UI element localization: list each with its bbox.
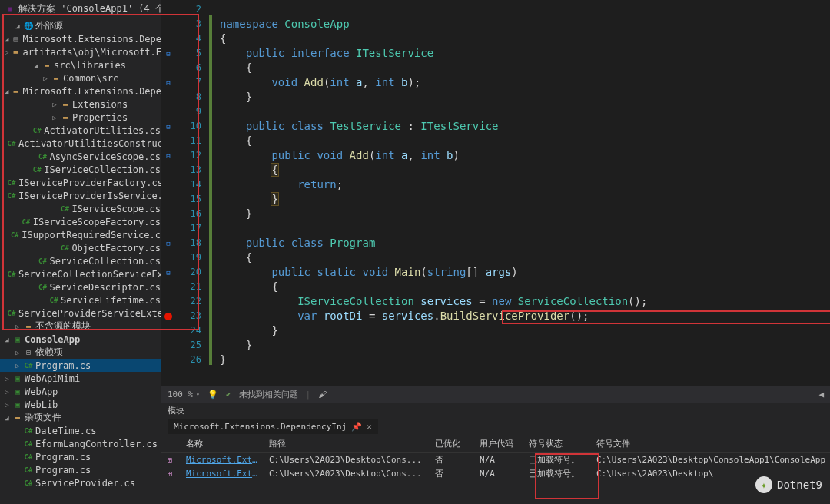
cs-icon: C#	[37, 256, 48, 267]
modules-grid: 名称 路径 已优化 用户代码 符号状态 符号文件 ⊞ Microsoft.Ext…	[161, 436, 830, 504]
folder-icon: ▬	[42, 60, 52, 71]
cs-icon: C#	[23, 426, 34, 436]
file-item[interactable]: C#IServiceProviderIsService.c	[0, 189, 161, 202]
folder-icon: ▬	[60, 112, 71, 123]
cs-icon: C#	[23, 465, 34, 476]
cs-icon: C#	[6, 177, 17, 188]
wechat-icon: ✦	[755, 476, 772, 493]
cs-icon: C#	[21, 217, 32, 227]
line-numbers: 2345678910111213141516171819202122232425…	[175, 0, 209, 386]
node-artifacts[interactable]: ▬artifacts\obj\Microsoft.Extension	[0, 45, 161, 58]
cs-icon: C#	[9, 230, 20, 240]
cs-icon: C#	[32, 125, 42, 136]
node-weblib[interactable]: ▣WebLib	[0, 398, 161, 411]
cs-icon: C#	[59, 243, 70, 254]
file-item[interactable]: C#ActivatorUtilitiesConstructo	[0, 137, 161, 150]
node-depend-folder[interactable]: ▬Microsoft.Extensions.Depend	[0, 85, 161, 98]
node-webapp[interactable]: ▣WebApp	[0, 385, 161, 398]
node-common[interactable]: ▬Common\src	[0, 71, 161, 85]
node-dependencies[interactable]: ⊞依赖项	[0, 346, 161, 359]
cs-icon: C#	[23, 439, 34, 449]
node-webapimimi[interactable]: ▣WebApiMimi	[0, 372, 161, 385]
file-item[interactable]: C#ServiceCollection.cs	[0, 254, 161, 267]
module-icon: ⊞	[168, 469, 181, 478]
file-item[interactable]: C#DateTime.cs	[0, 424, 161, 437]
node-nosrc[interactable]: ▬不含源的模块	[0, 320, 161, 333]
module-row[interactable]: ⊞ Microsoft.Ext... C:\Users\2A023\Deskto…	[161, 453, 830, 466]
file-item[interactable]: C#ServiceProvider.cs	[0, 476, 161, 489]
gutter-indicators: ⊟⊟⊟⊟⊟⊟	[161, 0, 175, 386]
file-item[interactable]: C#IServiceCollection.cs	[0, 163, 161, 176]
node-extensions[interactable]: ▬Extensions	[0, 98, 161, 111]
cs-icon: C#	[6, 191, 17, 201]
module-row[interactable]: ⊞ Microsoft.Ext... C:\Users\2A023\Deskto…	[161, 466, 830, 480]
cs-icon: C#	[37, 151, 48, 162]
file-item[interactable]: C#Program.cs	[0, 463, 161, 476]
file-item[interactable]: C#ServiceDescriptor.cs	[0, 280, 161, 293]
file-item[interactable]: C#IServiceScope.cs	[0, 202, 161, 215]
tool-icon[interactable]: 🖌	[318, 390, 327, 400]
node-misc[interactable]: ▬杂项文件	[0, 411, 161, 424]
cs-icon: C#	[59, 204, 70, 214]
file-item[interactable]: C#AsyncServiceScope.cs	[0, 150, 161, 163]
project-icon: ▣	[12, 373, 23, 384]
grid-header[interactable]: 名称 路径 已优化 用户代码 符号状态 符号文件	[161, 436, 830, 453]
folder-icon: ▬	[10, 86, 21, 97]
pin-icon[interactable]: 📌	[351, 422, 362, 432]
close-icon[interactable]: ✕	[367, 422, 372, 432]
cs-icon: C#	[6, 308, 17, 319]
module-tab[interactable]: Microsoft.Extensions.DependencyInj 📌 ✕	[168, 419, 378, 434]
folder-icon: ▬	[51, 73, 61, 84]
folder-icon: ▬	[12, 413, 23, 423]
panel-title: 模块	[161, 403, 830, 417]
project-icon: ▣	[12, 386, 23, 397]
file-item[interactable]: C#EformLangController.cs	[0, 437, 161, 450]
file-program[interactable]: C#Program.cs	[0, 359, 161, 372]
cs-icon: C#	[23, 478, 34, 489]
file-item[interactable]: C#IServiceScopeFactory.cs	[0, 215, 161, 228]
modules-panel: 模块 Microsoft.Extensions.DependencyInj 📌 …	[161, 403, 830, 504]
scroll-left-icon[interactable]: ◀	[818, 390, 824, 400]
folder-icon: ▬	[23, 321, 34, 332]
solution-explorer: ▣ 解决方案 'ConsoleApp1' (4 个项目, 共 4 个 🌐外部源 …	[0, 0, 161, 504]
zoom-control[interactable]: 100 % ▾	[168, 390, 200, 400]
node-srclib[interactable]: ▬src\libraries	[0, 58, 161, 71]
cs-icon: C#	[23, 360, 34, 371]
file-item[interactable]: C#ActivatorUtilities.cs	[0, 124, 161, 137]
cs-icon: C#	[48, 295, 59, 306]
file-item[interactable]: C#ObjectFactory.cs	[0, 241, 161, 254]
globe-icon: 🌐	[23, 21, 34, 32]
solution-header[interactable]: ▣ 解决方案 'ConsoleApp1' (4 个项目, 共 4 个	[0, 0, 161, 18]
editor-status-bar: 100 % ▾ 💡 ✔ 未找到相关问题 | 🖌 ◀	[161, 386, 830, 403]
file-item[interactable]: C#ServiceProviderServiceExte	[0, 307, 161, 320]
folder-icon: ▬	[10, 47, 21, 58]
cs-icon: C#	[37, 282, 48, 293]
cs-icon: C#	[23, 452, 34, 463]
file-item[interactable]: C#ServiceLifetime.cs	[0, 293, 161, 307]
issues-text: 未找到相关问题	[239, 389, 298, 400]
node-external[interactable]: 🌐外部源	[0, 19, 161, 32]
package-icon: ▤	[10, 34, 21, 45]
node-depinj[interactable]: ▤Microsoft.Extensions.DependencyInj	[0, 32, 161, 45]
code-editor[interactable]: ⊟⊟⊟⊟⊟⊟ 234567891011121314151617181920212…	[161, 0, 830, 386]
watermark: ✦ Dotnet9	[755, 476, 822, 493]
deps-icon: ⊞	[23, 347, 34, 358]
solution-icon: ▣	[5, 4, 15, 15]
file-item[interactable]: C#IServiceProviderFactory.cs	[0, 176, 161, 189]
file-item[interactable]: C#Program.cs	[0, 450, 161, 463]
breakpoint-icon[interactable]	[164, 313, 172, 320]
folder-icon: ▬	[60, 99, 71, 110]
file-item[interactable]: C#ISupportRequiredService.c	[0, 228, 161, 241]
node-consoleapp[interactable]: ▣ConsoleApp	[0, 333, 161, 346]
cs-icon: C#	[6, 138, 17, 149]
lightbulb-icon[interactable]: 💡	[208, 390, 218, 400]
file-item[interactable]: C#ServiceCollectionServiceEx	[0, 267, 161, 280]
cs-icon: C#	[6, 269, 17, 280]
project-icon: ▣	[12, 400, 23, 410]
code-content[interactable]: namespace ConsoleApp { public interface …	[214, 0, 830, 386]
cs-icon: C#	[32, 164, 42, 175]
check-icon: ✔	[226, 390, 231, 400]
node-properties[interactable]: ▬Properties	[0, 111, 161, 124]
module-icon: ⊞	[168, 456, 181, 464]
project-icon: ▣	[12, 334, 23, 345]
